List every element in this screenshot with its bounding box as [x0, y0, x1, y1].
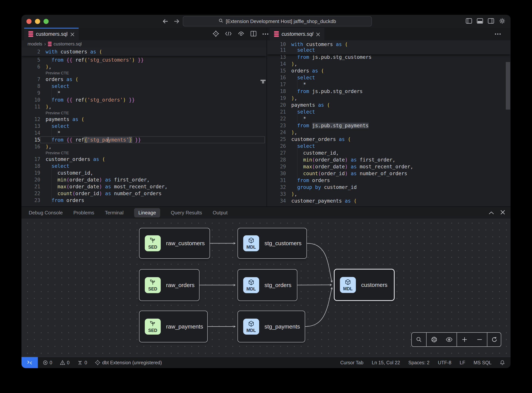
status-item[interactable]: Cursor Tab: [340, 360, 364, 365]
status-item[interactable]: Ln 15, Col 22: [372, 360, 400, 365]
split-editor-icon[interactable]: [250, 31, 257, 37]
code-line[interactable]: 6),: [21, 63, 266, 70]
back-arrow-icon[interactable]: [162, 18, 169, 25]
lineage-node-stg_orders[interactable]: MDLstg_orders: [238, 269, 297, 301]
toggle-panel-icon[interactable]: [477, 18, 483, 24]
close-tab-icon[interactable]: [70, 32, 74, 36]
code-line[interactable]: 13 from js.pub.stg_customers: [267, 54, 511, 60]
status-item-broadcast[interactable]: 0: [77, 360, 87, 365]
panel-tab-lineage[interactable]: Lineage: [134, 208, 160, 217]
scrollbar-thumb[interactable]: [506, 62, 510, 110]
status-item-warning[interactable]: 0: [60, 360, 70, 365]
code-line[interactable]: 21 max(order_date) as most_recent_order,: [21, 183, 266, 190]
status-item-bell[interactable]: [500, 360, 505, 365]
code-line[interactable]: 24),: [267, 129, 511, 136]
lineage-node-stg_payments[interactable]: MDLstg_payments: [238, 311, 305, 342]
code-line[interactable]: 19 customer_id,: [21, 169, 266, 176]
code-line[interactable]: 33),: [267, 191, 511, 197]
breadcrumb[interactable]: models › customers.sql: [21, 40, 266, 48]
code-line[interactable]: 28 min(order_date) as first_order,: [267, 156, 511, 163]
more-actions-icon[interactable]: [262, 32, 269, 36]
aperture-icon[interactable]: [427, 336, 441, 343]
close-panel-icon[interactable]: [500, 210, 505, 216]
code-line[interactable]: 11),: [21, 103, 266, 110]
panel-tab-query-results[interactable]: Query Results: [171, 208, 202, 217]
code-lens[interactable]: Preview CTE: [21, 70, 266, 76]
tab-customers-sql-right[interactable]: customers.sql: [270, 28, 324, 40]
lineage-node-stg_customers[interactable]: MDLstg_customers: [238, 228, 307, 259]
status-item[interactable]: Spaces: 2: [408, 360, 429, 365]
status-item[interactable]: UTF-8: [438, 360, 451, 365]
code-line[interactable]: 25customer_orders as (: [267, 136, 511, 143]
compiled-code-icon[interactable]: [225, 31, 232, 37]
lineage-node-raw_customers[interactable]: SEDraw_customers: [139, 228, 210, 259]
toggle-primary-sidebar-icon[interactable]: [466, 18, 472, 24]
status-item-error[interactable]: 0: [43, 360, 52, 365]
code-line[interactable]: 8 select: [21, 83, 266, 90]
maximize-window-button[interactable]: [43, 19, 49, 24]
code-line[interactable]: 18 select: [21, 163, 266, 169]
code-line[interactable]: 20 min(order_date) as first_order,: [21, 176, 266, 183]
code-line[interactable]: 2with customers as (: [21, 48, 266, 55]
code-line[interactable]: 22 count(order_id) as number_of_orders: [21, 190, 266, 197]
lineage-node-customers[interactable]: MDLcustomers: [334, 269, 395, 301]
code-line[interactable]: 23 from js.pub.stg_payments: [267, 122, 511, 129]
editor-right[interactable]: 10with customers as (11 select 13 from j…: [267, 40, 511, 206]
preview-eye-icon[interactable]: [238, 31, 245, 37]
code-line[interactable]: 13 select: [21, 123, 266, 130]
close-tab-icon[interactable]: [316, 32, 320, 36]
code-line[interactable]: 14 *: [21, 130, 266, 136]
code-line[interactable]: 15orders as (: [267, 67, 511, 74]
forward-arrow-icon[interactable]: [173, 18, 180, 25]
code-line[interactable]: 30 count(order_id) as number_of_orders: [267, 170, 511, 177]
editor-left[interactable]: models › customers.sql 2with customers a…: [21, 40, 266, 206]
code-line[interactable]: 22 *: [267, 115, 511, 122]
code-line[interactable]: 16),: [21, 143, 266, 150]
tab-customers-sql-left[interactable]: customers.sql: [24, 28, 79, 40]
code-line[interactable]: 31 from orders: [267, 177, 511, 184]
code-line[interactable]: 27 customer_id,: [267, 149, 511, 156]
code-line[interactable]: 16 select: [267, 74, 511, 81]
lineage-node-raw_payments[interactable]: SEDraw_payments: [139, 311, 208, 342]
panel-tab-output[interactable]: Output: [213, 208, 228, 217]
breadcrumb-folder[interactable]: models: [28, 41, 42, 47]
code-line[interactable]: 34customer_payments as (: [267, 197, 511, 204]
code-line[interactable]: 29 max(order_date) as most_recent_order,: [267, 163, 511, 170]
code-line[interactable]: 21 select: [267, 108, 511, 115]
code-line[interactable]: 10with customers as (: [267, 41, 511, 47]
code-line[interactable]: 26 select: [267, 143, 511, 149]
search-icon[interactable]: [412, 337, 426, 343]
toggle-secondary-sidebar-icon[interactable]: [488, 18, 494, 24]
code-line[interactable]: 20payments as (: [267, 102, 511, 108]
code-line[interactable]: 17 *: [267, 81, 511, 88]
lineage-canvas[interactable]: SEDraw_customersMDLstg_customersSEDraw_o…: [21, 219, 511, 357]
eye-icon[interactable]: [442, 337, 456, 342]
more-actions-icon[interactable]: [494, 32, 501, 36]
code-line[interactable]: 19),: [267, 95, 511, 102]
zoom-in-icon[interactable]: [458, 337, 472, 343]
code-line[interactable]: 12payments as (: [21, 116, 266, 123]
panel-tab-debug-console[interactable]: Debug Console: [29, 208, 63, 217]
close-window-button[interactable]: [26, 19, 32, 24]
code-line[interactable]: 9 *: [21, 90, 266, 96]
code-line[interactable]: 23 from orders: [21, 197, 266, 204]
status-item[interactable]: MS SQL: [474, 360, 492, 365]
status-item-dbt[interactable]: dbt Extension (unregistered): [95, 360, 162, 365]
code-line[interactable]: 32 group by customer_id: [267, 184, 511, 191]
refresh-icon[interactable]: [487, 336, 501, 343]
command-center-search[interactable]: [Extension Development Host] jaffle_shop…: [183, 16, 372, 26]
code-lens[interactable]: Preview CTE: [21, 110, 266, 116]
breadcrumb-file[interactable]: customers.sql: [53, 41, 82, 47]
settings-gear-icon[interactable]: [499, 18, 506, 24]
zoom-out-icon[interactable]: [473, 337, 487, 343]
status-item[interactable]: LF: [460, 360, 465, 365]
code-line[interactable]: 11 select: [267, 47, 511, 53]
panel-tab-problems[interactable]: Problems: [73, 208, 94, 217]
code-lens[interactable]: Preview CTE: [21, 150, 266, 156]
lineage-node-raw_orders[interactable]: SEDraw_orders: [139, 269, 200, 301]
dbt-power-user-icon[interactable]: [212, 30, 219, 38]
code-line[interactable]: 18 from js.pub.stg_orders: [267, 88, 511, 95]
code-line[interactable]: 17customer_orders as (: [21, 156, 266, 163]
code-line[interactable]: 14),: [267, 60, 511, 67]
code-line[interactable]: 5 from {{ ref('stg_customers') }}: [21, 56, 266, 63]
